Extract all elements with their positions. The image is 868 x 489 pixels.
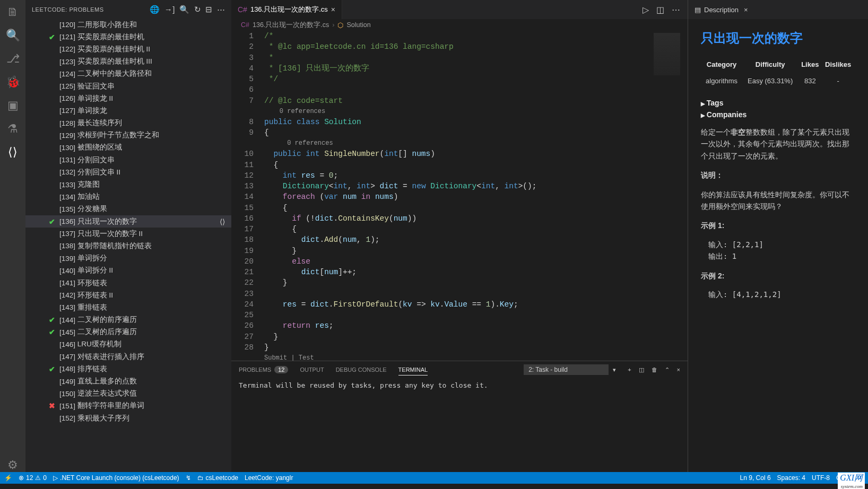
problem-item[interactable]: [146] LRU缓存机制 (25, 338, 231, 351)
problem-item[interactable]: [143] 重排链表 (25, 301, 231, 313)
split-terminal-icon[interactable]: ◫ (639, 366, 644, 373)
problem-item[interactable]: [120] 二用形取小路住和 (25, 19, 231, 31)
panel-tab-debug[interactable]: DEBUG CONSOLE (336, 366, 387, 373)
code-editor[interactable]: 1234567891011121314151617181920212223242… (231, 31, 688, 361)
problem-item[interactable]: [127] 单词接龙 (25, 104, 231, 117)
breadcrumb-symbol: Solution (346, 21, 370, 29)
problem-item[interactable]: [133] 克隆图 (25, 178, 231, 190)
problem-item[interactable]: [122] 买卖股票的最佳时机 II (25, 43, 231, 55)
status-spaces[interactable]: Spaces: 4 (777, 474, 805, 482)
login-icon[interactable]: →] (164, 5, 175, 14)
status-encoding[interactable]: UTF-8 (812, 474, 830, 482)
run-icon[interactable]: ▷ (643, 5, 649, 15)
problem-meta-table: Category Difficulty Likes Dislikes algor… (701, 59, 855, 88)
check-icon: ✔ (49, 33, 55, 41)
status-lncol[interactable]: Ln 9, Col 6 (740, 474, 771, 482)
panel-tab-terminal[interactable]: TERMINAL (398, 366, 428, 376)
problem-item[interactable]: ✖[151] 翻转字符串里的单词 (25, 400, 231, 412)
problem-item[interactable]: [131] 分割回文串 (25, 154, 231, 166)
close-panel-icon[interactable]: × (677, 366, 680, 373)
problem-item[interactable]: [140] 单词拆分 II (25, 265, 231, 277)
sidebar: LEETCODE: PROBLEMS 🌐 →] 🔍 ↻ ⊟ ⋯ [120] 二用… (25, 0, 231, 472)
terminal-body[interactable]: Terminal will be reused by tasks, press … (231, 378, 688, 472)
extensions-icon[interactable]: ▣ (7, 99, 19, 112)
problem-item[interactable]: [128] 最长连续序列 (25, 117, 231, 129)
problem-item[interactable]: ✔[144] 二叉树的前序遍历 (25, 314, 231, 326)
check-icon: ✔ (49, 316, 55, 324)
problem-item[interactable]: [139] 单词拆分 (25, 252, 231, 265)
remote-icon[interactable]: ⚡ (4, 474, 12, 482)
problem-item[interactable]: [134] 加油站 (25, 191, 231, 203)
panel-tab-output[interactable]: OUTPUT (300, 366, 324, 373)
book-icon: ▤ (695, 6, 701, 14)
tab-label: 136.只出现一次的数字.cs (250, 5, 328, 14)
problem-item[interactable]: ✔[145] 二叉树的后序遍历 (25, 326, 231, 338)
problem-item[interactable]: ✔[121] 买卖股票的最佳时机 (25, 31, 231, 43)
problems-badge: 12 (274, 366, 288, 373)
codelens[interactable]: 0 references (264, 106, 688, 117)
close-icon[interactable]: × (331, 5, 335, 14)
problem-item[interactable]: [137] 只出现一次的数字 II (25, 228, 231, 240)
problem-item[interactable]: [150] 逆波兰表达式求值 (25, 388, 231, 400)
status-leetcode[interactable]: LeetCode: yanglr (245, 474, 293, 482)
status-folder[interactable]: 🗀 csLeetcode (197, 474, 238, 482)
check-icon: ✔ (49, 328, 55, 336)
description-panel: ▤ Description × 只出现一次的数字 Category Diffic… (688, 0, 868, 472)
debug-icon[interactable]: 🐞 (6, 75, 20, 89)
problem-list: [120] 二用形取小路住和✔[121] 买卖股票的最佳时机[122] 买卖股票… (25, 19, 231, 472)
more-icon[interactable]: ⋯ (217, 5, 225, 14)
tab-file[interactable]: C# 136.只出现一次的数字.cs × (231, 0, 342, 19)
files-icon[interactable]: 🗎 (7, 5, 19, 19)
search-icon[interactable]: 🔍 (6, 29, 20, 42)
chevron-up-icon[interactable]: ⌃ (665, 366, 670, 373)
problem-item[interactable]: [152] 乘积最大子序列 (25, 412, 231, 424)
flask-icon[interactable]: ⚗ (7, 122, 18, 136)
status-livesync[interactable]: ↯ (186, 474, 191, 482)
gear-icon[interactable]: ⚙ (7, 458, 18, 472)
problem-item[interactable]: [130] 被围绕的区域 (25, 142, 231, 154)
trash-icon[interactable]: 🗑 (652, 366, 657, 373)
problem-item[interactable]: [135] 分发糖果 (25, 203, 231, 215)
problem-item[interactable]: [125] 验证回文串 (25, 80, 231, 92)
tags-section[interactable]: Tags (701, 99, 855, 107)
close-icon[interactable]: × (744, 6, 748, 14)
breadcrumb[interactable]: C# 136.只出现一次的数字.cs › ⬡ Solution (231, 19, 688, 31)
problem-item[interactable]: ✔[148] 排序链表 (25, 363, 231, 375)
minimap[interactable] (654, 33, 680, 75)
problem-item[interactable]: [123] 买卖股票的最佳时机 III (25, 56, 231, 68)
code-action-icon[interactable]: ⟨⟩ (220, 217, 225, 226)
task-select[interactable]: 2: Task - build (524, 364, 609, 375)
companies-section[interactable]: Companies (701, 110, 855, 119)
panel-tab-problems[interactable]: PROBLEMS 12 (239, 366, 288, 373)
class-icon: ⬡ (337, 21, 343, 29)
leetcode-icon[interactable]: ⟨⟩ (8, 145, 18, 159)
problem-item[interactable]: ✔[136] 只出现一次的数字⟨⟩ (25, 215, 231, 228)
problem-item[interactable]: [124] 二叉树中的最大路径和 (25, 68, 231, 80)
status-errors[interactable]: ⊗ 12 ⚠ 0 (19, 474, 47, 482)
refresh-icon[interactable]: ↻ (194, 5, 202, 14)
source-control-icon[interactable]: ⎇ (6, 52, 20, 66)
more-actions-icon[interactable]: ⋯ (672, 5, 680, 15)
codelens[interactable]: 0 references (264, 138, 688, 149)
desc-tab-label[interactable]: Description (704, 6, 739, 14)
search-problems-icon[interactable]: 🔍 (179, 5, 190, 14)
csharp-file-icon: C# (238, 5, 247, 14)
problem-item[interactable]: [141] 环形链表 (25, 277, 231, 289)
codelens[interactable]: Submit | Test (264, 353, 688, 361)
problem-item[interactable]: [147] 对链表进行插入排序 (25, 351, 231, 363)
csharp-file-icon: C# (241, 21, 249, 29)
new-terminal-icon[interactable]: + (628, 366, 631, 373)
problem-item[interactable]: [126] 单词接龙 II (25, 92, 231, 104)
status-launch[interactable]: ▷ .NET Core Launch (console) (csLeetcode… (53, 474, 179, 482)
problem-item[interactable]: [142] 环形链表 II (25, 289, 231, 301)
editor-area: C# 136.只出现一次的数字.cs × ▷ ◫ ⋯ C# 136.只出现一次的… (231, 0, 688, 472)
bottom-panel: PROBLEMS 12 OUTPUT DEBUG CONSOLE TERMINA… (231, 361, 688, 472)
problem-item[interactable]: [149] 直线上最多的点数 (25, 375, 231, 387)
problem-description: 给定一个非空整数数组，除了某个元素只出现一次以外，其余每个元素均出现两次。找出那… (701, 126, 855, 162)
globe-icon[interactable]: 🌐 (150, 5, 160, 14)
split-icon[interactable]: ◫ (656, 5, 664, 15)
problem-item[interactable]: [132] 分割回文串 II (25, 166, 231, 178)
problem-item[interactable]: [138] 复制带随机指针的链表 (25, 240, 231, 252)
collapse-icon[interactable]: ⊟ (205, 5, 213, 14)
problem-item[interactable]: [129] 求根到叶子节点数字之和 (25, 129, 231, 142)
